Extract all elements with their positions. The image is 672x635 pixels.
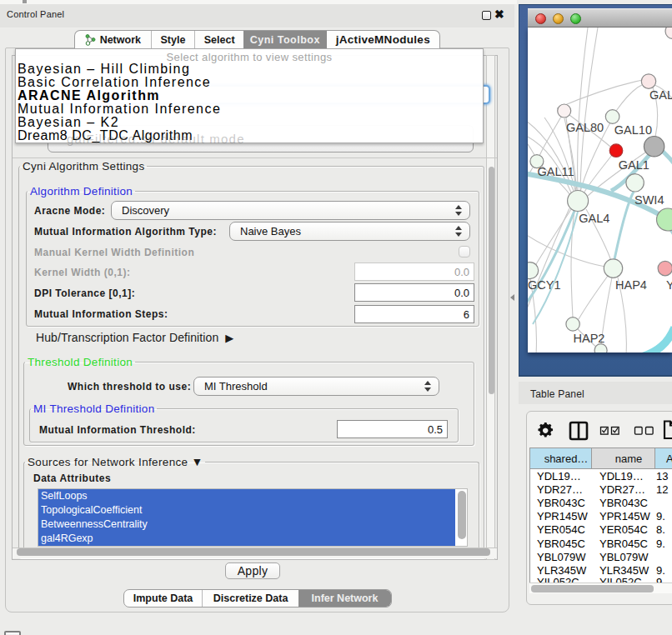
svg-text:GAL10: GAL10 [614,123,652,137]
svg-text:Y: Y [666,278,672,292]
svg-text:SWI4: SWI4 [634,193,664,207]
svg-text:GAL2: GAL2 [649,88,672,102]
svg-text:HAP2: HAP2 [574,332,605,345]
svg-text:GAL80: GAL80 [566,121,604,134]
svg-text:GAL1: GAL1 [619,158,649,172]
svg-text:GAL11: GAL11 [538,165,574,178]
svg-text:GAL4: GAL4 [579,212,609,225]
svg-text:GCY1: GCY1 [528,278,561,292]
svg-text:HAP4: HAP4 [615,278,647,292]
